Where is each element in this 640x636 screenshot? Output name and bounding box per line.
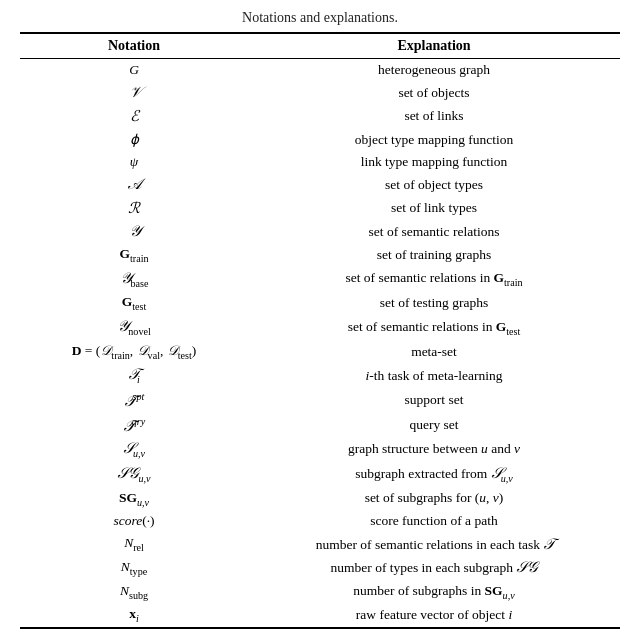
explanation-cell: query set [248, 413, 620, 438]
notation-cell: Nsubg [20, 580, 248, 604]
explanation-cell: number of types in each subgraph 𝒮𝒢 [248, 556, 620, 580]
notation-cell: ϕ [20, 128, 248, 151]
notation-cell: Gtrain [20, 243, 248, 267]
explanation-cell: heterogeneous graph [248, 59, 620, 82]
explanation-cell: meta-set [248, 340, 620, 364]
table-row: 𝒯ii-th task of meta-learning [20, 363, 620, 388]
notation-cell: Gtest [20, 291, 248, 315]
explanation-cell: set of links [248, 104, 620, 128]
table-body: Gheterogeneous graph𝒱set of objectsℰset … [20, 59, 620, 628]
notation-cell: Ntype [20, 556, 248, 580]
table-row: ϕobject type mapping function [20, 128, 620, 151]
explanation-cell: set of subgraphs for (u, v) [248, 487, 620, 511]
table-row: 𝒜set of object types [20, 173, 620, 196]
explanation-cell: set of semantic relations [248, 220, 620, 243]
explanation-cell: set of object types [248, 173, 620, 196]
main-container: Notations and explanations. Notation Exp… [20, 10, 620, 629]
table-row: 𝒯sptsupport set [20, 388, 620, 413]
notation-cell: 𝒴base [20, 267, 248, 292]
explanation-cell: set of link types [248, 196, 620, 220]
table-row: score(·)score function of a path [20, 510, 620, 532]
notation-cell: 𝒯qry [20, 413, 248, 438]
table-row: 𝒴baseset of semantic relations in Gtrain [20, 267, 620, 292]
table-row: xiraw feature vector of object i [20, 603, 620, 628]
table-row: 𝒮𝒢u,vsubgraph extracted from 𝒮u,v [20, 462, 620, 487]
explanation-cell: subgraph extracted from 𝒮u,v [248, 462, 620, 487]
table-row: 𝒴novelset of semantic relations in Gtest [20, 315, 620, 340]
notation-cell: SGu,v [20, 487, 248, 511]
table-row: SGu,vset of subgraphs for (u, v) [20, 487, 620, 511]
table-row: Gheterogeneous graph [20, 59, 620, 82]
table-row: 𝒯qryquery set [20, 413, 620, 438]
notation-table: Notation Explanation Gheterogeneous grap… [20, 32, 620, 629]
table-row: D = (𝒟train, 𝒟val, 𝒟test)meta-set [20, 340, 620, 364]
notation-cell: 𝒯i [20, 363, 248, 388]
notation-cell: 𝒮𝒢u,v [20, 462, 248, 487]
table-row: Nsubgnumber of subgraphs in SGu,v [20, 580, 620, 604]
notation-cell: ℛ [20, 196, 248, 220]
explanation-cell: set of objects [248, 81, 620, 104]
explanation-cell: object type mapping function [248, 128, 620, 151]
notation-cell: 𝒴 [20, 220, 248, 243]
explanation-cell: i-th task of meta-learning [248, 363, 620, 388]
explanation-cell: graph structure between u and v [248, 437, 620, 462]
notation-cell: 𝒱 [20, 81, 248, 104]
notation-cell: score(·) [20, 510, 248, 532]
notation-header: Notation [20, 33, 248, 59]
table-row: Nrelnumber of semantic relations in each… [20, 532, 620, 556]
table-row: Ntypenumber of types in each subgraph 𝒮𝒢 [20, 556, 620, 580]
explanation-header: Explanation [248, 33, 620, 59]
table-row: 𝒱set of objects [20, 81, 620, 104]
explanation-cell: set of semantic relations in Gtest [248, 315, 620, 340]
table-row: 𝒴set of semantic relations [20, 220, 620, 243]
explanation-cell: set of training graphs [248, 243, 620, 267]
notation-cell: ψ [20, 151, 248, 173]
table-row: ℰset of links [20, 104, 620, 128]
explanation-cell: number of semantic relations in each tas… [248, 532, 620, 556]
notation-cell: 𝒜 [20, 173, 248, 196]
notation-cell: Nrel [20, 532, 248, 556]
explanation-cell: score function of a path [248, 510, 620, 532]
table-row: ℛset of link types [20, 196, 620, 220]
notation-cell: 𝒯spt [20, 388, 248, 413]
table-header-row: Notation Explanation [20, 33, 620, 59]
table-row: Gtrainset of training graphs [20, 243, 620, 267]
explanation-cell: support set [248, 388, 620, 413]
notation-cell: xi [20, 603, 248, 628]
explanation-cell: link type mapping function [248, 151, 620, 173]
explanation-cell: set of semantic relations in Gtrain [248, 267, 620, 292]
notation-cell: 𝒴novel [20, 315, 248, 340]
table-row: ψlink type mapping function [20, 151, 620, 173]
notation-cell: 𝒮u,v [20, 437, 248, 462]
explanation-cell: set of testing graphs [248, 291, 620, 315]
notation-cell: ℰ [20, 104, 248, 128]
table-row: 𝒮u,vgraph structure between u and v [20, 437, 620, 462]
explanation-cell: raw feature vector of object i [248, 603, 620, 628]
table-row: Gtestset of testing graphs [20, 291, 620, 315]
notation-cell: D = (𝒟train, 𝒟val, 𝒟test) [20, 340, 248, 364]
table-title: Notations and explanations. [20, 10, 620, 26]
explanation-cell: number of subgraphs in SGu,v [248, 580, 620, 604]
notation-cell: G [20, 59, 248, 82]
